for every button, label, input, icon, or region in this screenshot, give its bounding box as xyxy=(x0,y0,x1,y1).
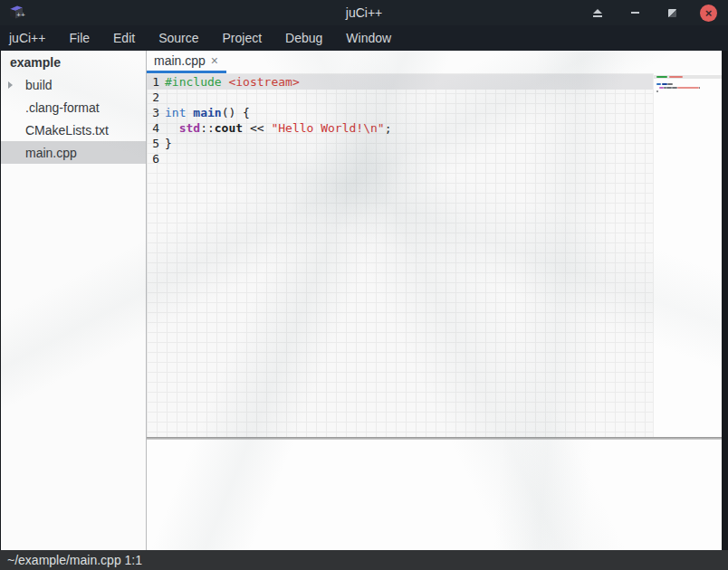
sidebar-item-clang-format[interactable]: .clang-format xyxy=(1,96,146,119)
code-text: #include <iostream> xyxy=(165,74,300,90)
close-button[interactable]: × xyxy=(700,5,717,22)
menubar: juCi++FileEditSourceProjectDebugWindow xyxy=(0,25,728,51)
tabbar: main.cpp× xyxy=(147,51,722,73)
workspace: examplebuild.clang-formatCMakeLists.txtm… xyxy=(1,51,722,550)
line-number: 6 xyxy=(149,151,159,166)
line-number: 2 xyxy=(149,90,159,105)
minimize-icon xyxy=(631,12,639,14)
code-line: 6 xyxy=(147,151,653,166)
code-line: 1#include <iostream> xyxy=(147,74,653,90)
line-number: 4 xyxy=(149,120,159,136)
menu-item-source[interactable]: Source xyxy=(147,25,210,51)
statusbar: ~/example/main.cpp 1:1 xyxy=(0,550,728,570)
line-number: 3 xyxy=(149,105,159,120)
terminal-panel[interactable] xyxy=(147,440,722,550)
menu-item-window[interactable]: Window xyxy=(334,25,403,51)
maximize-icon xyxy=(668,9,676,17)
editor: 1#include <iostream>23int main() {4 std:… xyxy=(147,73,722,437)
juci-window: ++ juCi++ × juCi++FileEditSourceProjectD… xyxy=(0,0,728,570)
menu-item-debug[interactable]: Debug xyxy=(273,25,334,51)
tree-item-label: CMakeLists.txt xyxy=(25,123,109,138)
minimap[interactable] xyxy=(653,73,722,437)
code-line: 4 std::cout << "Hello World!\n"; xyxy=(147,120,653,136)
maximize-button[interactable] xyxy=(663,4,681,22)
sidebar-item-build[interactable]: build xyxy=(1,73,146,96)
code-text: std::cout << "Hello World!\n"; xyxy=(165,120,391,136)
code-line: 2 xyxy=(147,90,653,105)
sidebar-item-main-cpp[interactable]: main.cpp xyxy=(1,141,146,164)
shade-icon xyxy=(593,9,602,17)
titlebar: ++ juCi++ × xyxy=(0,0,728,25)
line-number: 5 xyxy=(149,136,159,151)
code-line: 3int main() { xyxy=(147,105,653,120)
menu-item-project[interactable]: Project xyxy=(211,25,274,51)
menu-item-juci[interactable]: juCi++ xyxy=(7,25,57,51)
code-line: 5} xyxy=(147,136,653,151)
tab-main-cpp[interactable]: main.cpp× xyxy=(147,51,226,73)
tree-item-label: build xyxy=(25,78,53,92)
code-text: int main() { xyxy=(165,105,250,120)
file-tree: examplebuild.clang-formatCMakeLists.txtm… xyxy=(1,51,147,550)
main-area: examplebuild.clang-formatCMakeLists.txtm… xyxy=(0,51,728,550)
tree-item-label: main.cpp xyxy=(25,146,77,160)
tab-close-icon[interactable]: × xyxy=(211,54,218,67)
shade-button[interactable] xyxy=(589,4,607,22)
project-root-example[interactable]: example xyxy=(1,51,146,73)
code-text: } xyxy=(165,136,172,151)
menu-item-edit[interactable]: Edit xyxy=(101,25,147,51)
line-number: 1 xyxy=(149,74,159,90)
close-icon: × xyxy=(705,7,713,19)
tree-item-label: .clang-format xyxy=(25,100,100,115)
menu-item-file[interactable]: File xyxy=(57,25,101,51)
editor-column: main.cpp× 1#include <iostream>23int main… xyxy=(147,51,722,550)
code-area[interactable]: 1#include <iostream>23int main() {4 std:… xyxy=(147,73,653,437)
sidebar-item-cmakelists-txt[interactable]: CMakeLists.txt xyxy=(1,119,146,141)
minimize-button[interactable] xyxy=(626,4,644,22)
tab-label: main.cpp xyxy=(154,53,206,68)
minimap-line xyxy=(654,93,722,97)
expander-icon[interactable] xyxy=(8,81,24,89)
cursor-location: ~/example/main.cpp 1:1 xyxy=(7,553,142,567)
window-controls: × xyxy=(589,4,717,22)
